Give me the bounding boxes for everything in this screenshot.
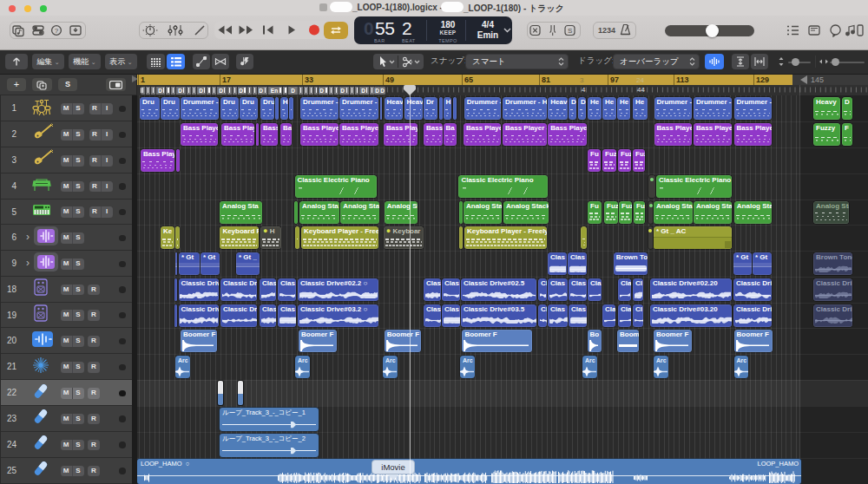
svg-text:S: S (568, 27, 572, 35)
svg-text:›: › (26, 231, 30, 243)
svg-text:›: › (26, 257, 30, 269)
svg-text:?: ? (55, 27, 59, 35)
